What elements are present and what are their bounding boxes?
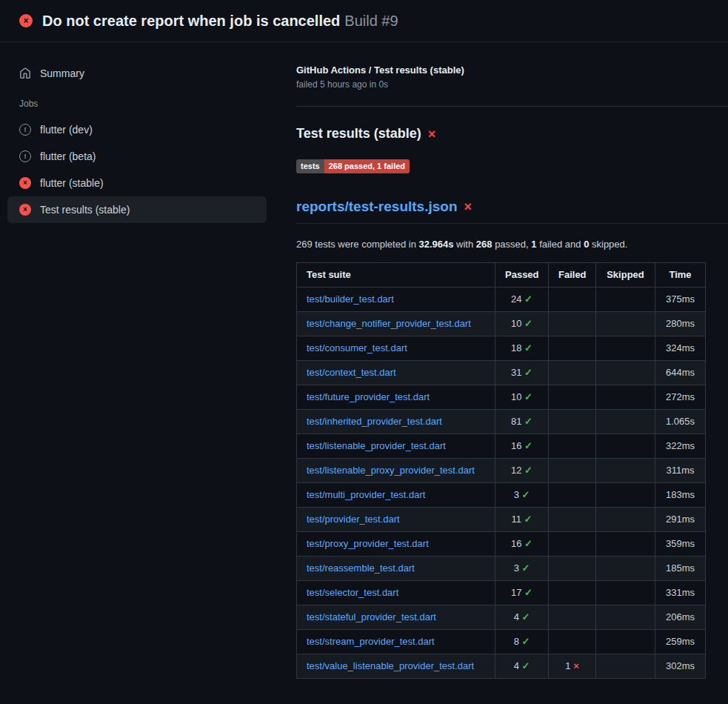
sidebar-job-item[interactable]: ! flutter (dev) <box>7 116 267 143</box>
passed-cell: 24 ✓ <box>495 288 549 312</box>
col-test-suite: Test suite <box>297 263 495 288</box>
skipped-cell <box>596 410 655 434</box>
skipped-cell <box>596 508 655 532</box>
skipped-cell <box>596 434 655 459</box>
time-cell: 311ms <box>655 459 706 483</box>
check-icon: ✓ <box>524 440 532 451</box>
test-suite-link[interactable]: test/selector_test.dart <box>307 587 398 598</box>
sidebar-item-summary[interactable]: Summary <box>7 60 267 87</box>
x-circle-icon: × <box>19 14 33 27</box>
failed-cell <box>549 361 596 385</box>
table-row: test/consumer_test.dart 18 ✓ 324ms <box>297 336 706 361</box>
check-icon: ✓ <box>524 587 532 598</box>
skipped-cell <box>596 459 655 483</box>
badge-label: tests <box>296 159 324 173</box>
check-icon: ✓ <box>524 318 532 329</box>
passed-cell: 12 ✓ <box>495 459 549 483</box>
table-row: test/future_provider_test.dart 10 ✓ 272m… <box>297 385 706 410</box>
table-row: test/stream_provider_test.dart 8 ✓ 259ms <box>297 630 706 654</box>
test-suite-link[interactable]: test/proxy_provider_test.dart <box>307 538 429 549</box>
section-title-text: Test results (stable) <box>296 126 421 142</box>
passed-count: 16 <box>511 440 524 451</box>
table-row: test/context_test.dart 31 ✓ 644ms <box>297 361 706 385</box>
neutral-circle-icon: ! <box>19 124 31 136</box>
time-cell: 375ms <box>655 288 706 312</box>
table-row: test/reassemble_test.dart 3 ✓ 185ms <box>297 557 706 581</box>
x-circle-icon: × <box>19 177 31 189</box>
test-suite-link[interactable]: test/provider_test.dart <box>307 514 400 525</box>
test-suite-link[interactable]: test/multi_provider_test.dart <box>307 489 425 500</box>
check-icon: ✓ <box>524 293 532 305</box>
test-suite-link[interactable]: test/context_test.dart <box>307 367 396 378</box>
test-suite-cell: test/reassemble_test.dart <box>297 557 495 581</box>
failed-cell <box>549 312 596 336</box>
check-icon: ✓ <box>524 416 532 427</box>
sidebar-job-item[interactable]: × Test results (stable) <box>7 196 267 223</box>
time-cell: 206ms <box>655 605 706 630</box>
summary-duration: 32.964s <box>418 239 453 250</box>
test-suite-cell: test/change_notifier_provider_test.dart <box>297 312 495 336</box>
report-file-link[interactable]: reports/test-results.json <box>296 199 458 215</box>
run-status-text: failed 5 hours ago in 0s <box>296 79 728 90</box>
test-suite-link[interactable]: test/listenable_proxy_provider_test.dart <box>307 465 475 476</box>
summary-failed-count: 1 <box>531 239 536 250</box>
test-suite-link[interactable]: test/stream_provider_test.dart <box>307 636 435 647</box>
failed-cell <box>549 288 596 312</box>
home-icon <box>19 67 31 79</box>
cross-icon: × <box>573 660 579 671</box>
check-icon: ✓ <box>524 465 532 476</box>
test-suite-link[interactable]: test/builder_test.dart <box>307 293 394 305</box>
test-suite-link[interactable]: test/change_notifier_provider_test.dart <box>307 318 471 329</box>
time-cell: 644ms <box>655 361 706 385</box>
passed-count: 31 <box>511 367 524 378</box>
failed-cell <box>549 630 596 654</box>
build-number: Build #9 <box>344 13 398 29</box>
passed-count: 17 <box>511 587 524 598</box>
passed-cell: 17 ✓ <box>495 581 549 605</box>
test-suite-link[interactable]: test/listenable_provider_test.dart <box>307 440 446 451</box>
passed-count: 81 <box>511 416 524 427</box>
table-row: test/change_notifier_provider_test.dart … <box>297 312 706 336</box>
passed-count: 3 <box>514 489 522 500</box>
neutral-circle-icon: ! <box>19 150 31 162</box>
passed-cell: 10 ✓ <box>495 312 549 336</box>
sidebar-job-item[interactable]: ! flutter (beta) <box>7 143 267 170</box>
jobs-section-label: Jobs <box>0 87 274 116</box>
test-suite-cell: test/consumer_test.dart <box>297 336 495 361</box>
check-icon: ✓ <box>521 489 530 500</box>
table-row: test/selector_test.dart 17 ✓ 331ms <box>297 581 706 605</box>
passed-cell: 10 ✓ <box>495 385 549 410</box>
test-suite-link[interactable]: test/inherited_provider_test.dart <box>307 416 442 427</box>
test-suite-cell: test/listenable_provider_test.dart <box>297 434 495 459</box>
check-icon: ✓ <box>521 611 530 622</box>
skipped-cell <box>596 581 655 605</box>
job-label: flutter (dev) <box>40 124 93 136</box>
test-suite-link[interactable]: test/stateful_provider_test.dart <box>307 611 436 622</box>
cross-mark-icon: × <box>428 127 436 141</box>
test-suite-link[interactable]: test/future_provider_test.dart <box>307 391 430 402</box>
test-suite-cell: test/proxy_provider_test.dart <box>297 532 495 557</box>
check-icon: ✓ <box>521 562 530 574</box>
test-suite-cell: test/selector_test.dart <box>297 581 495 605</box>
table-row: test/provider_test.dart 11 ✓ 291ms <box>297 508 706 532</box>
test-suite-link[interactable]: test/consumer_test.dart <box>307 342 407 353</box>
time-cell: 302ms <box>655 654 706 679</box>
test-suite-cell: test/value_listenable_provider_test.dart <box>297 654 495 679</box>
test-suite-link[interactable]: test/value_listenable_provider_test.dart <box>307 660 474 671</box>
summary-text: with <box>453 239 475 250</box>
passed-count: 12 <box>511 465 524 476</box>
passed-count: 4 <box>514 660 522 671</box>
passed-cell: 3 ✓ <box>495 557 549 581</box>
test-suite-link[interactable]: test/reassemble_test.dart <box>307 562 415 574</box>
sidebar-job-item[interactable]: × flutter (stable) <box>7 170 267 196</box>
time-cell: 183ms <box>655 483 706 508</box>
cross-mark-icon: × <box>464 200 472 213</box>
test-table-body: test/builder_test.dart 24 ✓ 375ms test/c… <box>297 288 706 679</box>
test-suite-cell: test/multi_provider_test.dart <box>297 483 495 508</box>
passed-cell: 11 ✓ <box>495 508 549 532</box>
page-title: Do not create report when job is cancell… <box>42 13 398 30</box>
skipped-cell <box>596 654 655 679</box>
time-cell: 1.065s <box>655 410 706 434</box>
col-time: Time <box>655 263 706 288</box>
summary-text: skipped. <box>589 239 627 250</box>
